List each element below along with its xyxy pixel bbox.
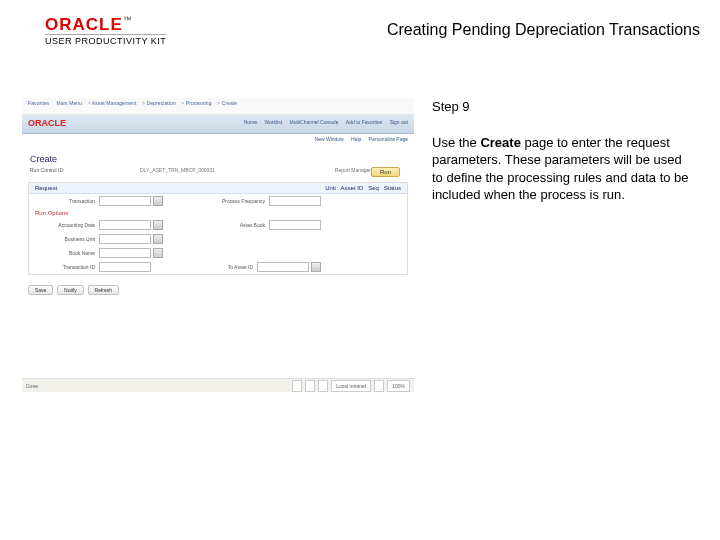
app-header-links: Home Worklist MultiChannel Console Add t… (238, 119, 408, 125)
link-add-favorites[interactable]: Add to Favorites (346, 119, 382, 125)
status-zone (374, 380, 384, 392)
refresh-button[interactable]: Refresh (88, 285, 120, 295)
form-title: Create (30, 154, 406, 164)
transaction-input[interactable] (99, 196, 151, 206)
link-home[interactable]: Home (244, 119, 257, 125)
link-signout[interactable]: Sign out (390, 119, 408, 125)
request-label: Request (35, 185, 57, 191)
lookup-icon[interactable] (153, 234, 163, 244)
book-name-input[interactable] (99, 248, 151, 258)
app-header-bar: ORACLE Home Worklist MultiChannel Consol… (22, 115, 414, 134)
status-zone-intranet: Local intranet (331, 380, 371, 392)
report-manager-link[interactable]: Report Manager (335, 167, 371, 177)
save-button[interactable]: Save (28, 285, 53, 295)
oracle-logo-tm: ™ (123, 15, 132, 25)
run-control-value: DLY_ASET_TRN_MBCP_000001 (140, 167, 215, 177)
link-worklist[interactable]: Worklist (264, 119, 282, 125)
status-zoom: 100% (387, 380, 410, 392)
page-title: Creating Pending Depreciation Transactio… (387, 21, 700, 39)
asset-book-select[interactable] (269, 220, 321, 230)
oracle-logo-subtitle: USER PRODUCTIVITY KIT (45, 36, 166, 46)
lookup-icon[interactable] (153, 248, 163, 258)
embedded-app-screenshot: Favorites Main Menu > Asset Management >… (22, 98, 414, 344)
accounting-date-input[interactable] (99, 220, 151, 230)
link-new-window[interactable]: New Window (315, 136, 344, 142)
app-subnav: New Window Help Personalize Page (22, 134, 414, 148)
oracle-logo-text: ORACLE (45, 15, 123, 34)
request-columns: Unit Asset ID Seq Status (325, 185, 401, 191)
lookup-icon[interactable] (311, 262, 321, 272)
step-number: Step 9 (432, 98, 694, 116)
instruction-text: Use the Create page to enter the request… (432, 134, 694, 204)
run-button[interactable]: Run (371, 167, 400, 177)
calendar-icon[interactable] (153, 220, 163, 230)
form-footer: Save Notify Refresh (22, 281, 414, 299)
transaction-id-input[interactable] (99, 262, 151, 272)
lookup-icon[interactable] (153, 196, 163, 206)
status-zone (292, 380, 302, 392)
status-left: Done (26, 383, 38, 389)
link-multichannel[interactable]: MultiChannel Console (290, 119, 339, 125)
link-help[interactable]: Help (351, 136, 361, 142)
request-box: Request Unit Asset ID Seq Status Transac… (28, 182, 408, 275)
instruction-panel: Step 9 Use the Create page to enter the … (432, 98, 694, 204)
run-options-group: Run Options (29, 208, 407, 218)
status-bar: Done Local intranet 100% (22, 378, 414, 392)
to-asset-id-input[interactable] (257, 262, 309, 272)
business-unit-input[interactable] (99, 234, 151, 244)
link-personalize[interactable]: Personalize Page (369, 136, 408, 142)
process-frequency-select[interactable] (269, 196, 321, 206)
breadcrumb: Favorites Main Menu > Asset Management >… (22, 98, 414, 115)
status-zone (305, 380, 315, 392)
oracle-logo: ORACLE™ USER PRODUCTIVITY KIT (45, 15, 166, 46)
run-control-label: Run Control ID: (30, 167, 140, 177)
notify-button[interactable]: Notify (57, 285, 84, 295)
status-zone (318, 380, 328, 392)
app-oracle-logo: ORACLE (28, 118, 66, 128)
